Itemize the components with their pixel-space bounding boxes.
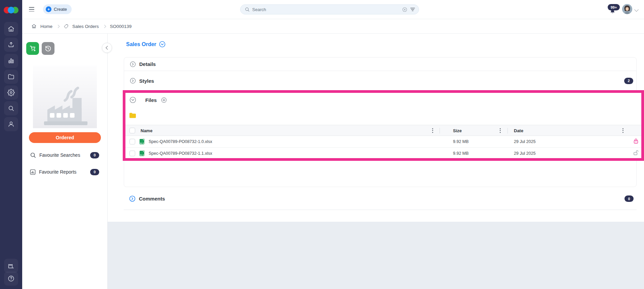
sidebar-item-home[interactable] <box>4 22 18 36</box>
favourite-searches-count-badge: 0 <box>90 152 99 158</box>
app-logo[interactable] <box>4 6 19 14</box>
history-icon <box>44 45 52 52</box>
column-menu-icon[interactable] <box>498 128 502 133</box>
folder-icon[interactable] <box>129 112 136 118</box>
logo-blue-circle <box>8 7 14 13</box>
section-details[interactable]: Details <box>124 58 636 71</box>
main-content: Sales Order Details Styles 2 Files <box>108 34 644 222</box>
global-search <box>240 4 419 14</box>
sidebar-item-reports[interactable] <box>4 54 18 68</box>
factory-placeholder-icon <box>36 84 94 128</box>
chevron-left-icon <box>106 46 109 49</box>
notification-count-badge: 99+ <box>608 4 620 10</box>
collapse-panel-button[interactable] <box>102 43 112 53</box>
search-icon <box>7 105 15 112</box>
expand-details-icon[interactable] <box>130 61 136 67</box>
section-styles-label: Styles <box>139 78 154 84</box>
clear-search-icon[interactable] <box>402 7 408 12</box>
file-row[interactable]: XLS Spec-QA00789-PO08732-1.1.xlsx 9.92 M… <box>125 148 641 159</box>
menu-toggle-button[interactable] <box>29 6 34 13</box>
lock-icon[interactable] <box>633 138 639 145</box>
section-comments-label: Comments <box>139 196 621 202</box>
favourite-reports-count-badge: 0 <box>90 169 99 175</box>
column-header-size[interactable]: Size <box>453 128 462 133</box>
file-date: 29 Jul 2025 <box>514 139 536 144</box>
record-image-placeholder <box>33 66 97 128</box>
sidebar-item-settings[interactable] <box>4 85 18 100</box>
app-root: { "topbar": { "create_label": "Create", … <box>0 0 644 289</box>
breadcrumb-record: SO000139 <box>110 24 132 29</box>
favourite-reports-label: Favourite Reports <box>39 169 87 175</box>
section-styles[interactable]: Styles 2 <box>124 71 636 91</box>
sidebar-item-profile[interactable] <box>4 117 18 131</box>
user-avatar[interactable] <box>622 4 632 14</box>
breadcrumb-separator-icon <box>103 25 106 28</box>
search-input[interactable] <box>252 7 400 12</box>
gear-icon <box>7 89 15 96</box>
files-table: Name Size Date XLS Spec-QA00789-PO08732-… <box>125 125 641 159</box>
home-icon <box>7 25 15 33</box>
tag-icon <box>64 24 69 29</box>
column-header-name[interactable]: Name <box>141 128 152 133</box>
filter-icon[interactable] <box>410 7 415 12</box>
home-icon[interactable] <box>31 24 37 29</box>
xls-file-icon: XLS <box>140 150 145 156</box>
record-type-chevron-icon[interactable] <box>159 41 165 47</box>
sidebar-item-help[interactable] <box>4 272 18 286</box>
file-size: 9.92 MB <box>453 151 469 156</box>
folder-icon <box>7 73 15 80</box>
sidebar-item-search[interactable] <box>4 101 18 115</box>
column-header-date[interactable]: Date <box>514 128 523 133</box>
add-file-icon[interactable] <box>161 97 167 103</box>
favourite-searches-item[interactable]: Favourite Searches 0 <box>22 151 108 159</box>
search-icon <box>244 7 250 12</box>
breadcrumb-home[interactable]: Home <box>40 24 52 29</box>
create-button[interactable]: + Create <box>43 4 72 14</box>
sidebar-item-factory[interactable] <box>4 259 18 273</box>
expand-comments-icon[interactable] <box>129 195 136 202</box>
expand-styles-icon[interactable] <box>130 78 136 84</box>
breadcrumb-sales-orders[interactable]: Sales Orders <box>72 24 99 29</box>
favourite-reports-item[interactable]: Favourite Reports 0 <box>22 168 108 176</box>
create-button-label: Create <box>54 7 67 12</box>
section-comments[interactable]: Comments 0 <box>124 188 637 210</box>
column-menu-icon[interactable] <box>620 128 625 133</box>
avatar-image <box>622 4 632 14</box>
account-menu-chevron-icon[interactable] <box>634 7 639 12</box>
cart-plus-icon <box>29 45 36 52</box>
file-row[interactable]: XLS Spec-QA00789-PO08732-1.0.xlsx 9.92 M… <box>125 136 641 148</box>
history-button[interactable] <box>42 42 54 55</box>
row-checkbox[interactable] <box>129 139 135 145</box>
add-to-cart-button[interactable] <box>26 42 39 55</box>
bar-chart-icon <box>7 57 15 65</box>
page-title-row: Sales Order <box>126 41 165 47</box>
files-table-header: Name Size Date <box>125 125 641 136</box>
search-icon <box>30 152 36 158</box>
file-name[interactable]: Spec-QA00789-PO08732-1.0.xlsx <box>149 139 212 144</box>
xls-file-icon: XLS <box>140 139 145 145</box>
help-icon <box>7 275 15 282</box>
column-menu-icon[interactable] <box>430 128 435 133</box>
notifications-button[interactable]: 99+ <box>608 4 622 15</box>
column-divider <box>440 128 440 134</box>
section-files-label: Files <box>145 97 157 103</box>
app-sidebar <box>0 0 22 289</box>
unlock-icon[interactable] <box>633 150 639 157</box>
select-all-checkbox[interactable] <box>129 128 135 133</box>
file-size: 9.92 MB <box>453 139 469 144</box>
row-checkbox[interactable] <box>129 151 135 156</box>
files-header: Files <box>129 97 167 103</box>
collapse-files-icon[interactable] <box>129 97 136 103</box>
sidebar-item-upload[interactable] <box>4 38 18 52</box>
factory-icon <box>7 262 15 269</box>
column-divider <box>507 128 508 134</box>
section-details-label: Details <box>139 61 156 67</box>
comments-count-badge: 0 <box>624 195 634 202</box>
status-badge[interactable]: Ordered <box>29 132 101 143</box>
sidebar-item-documents[interactable] <box>4 70 18 84</box>
record-side-panel: Ordered Favourite Searches 0 Favourite R… <box>22 34 108 289</box>
plus-icon: + <box>46 6 51 12</box>
file-name[interactable]: Spec-QA00789-PO08732-1.1.xlsx <box>149 151 212 156</box>
section-files-highlighted: Files Name Size Date <box>123 90 644 161</box>
breadcrumb-separator-icon <box>56 25 60 28</box>
